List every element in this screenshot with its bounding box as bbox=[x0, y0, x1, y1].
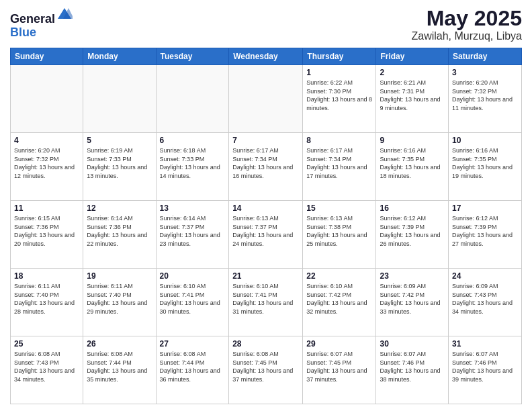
day-info: Sunrise: 6:07 AMSunset: 7:45 PMDaylight:… bbox=[306, 351, 367, 383]
day-info: Sunrise: 6:08 AMSunset: 7:44 PMDaylight:… bbox=[87, 351, 147, 383]
day-number: 1 bbox=[306, 68, 372, 77]
day-cell bbox=[156, 65, 229, 133]
day-cell: 5Sunrise: 6:19 AMSunset: 7:33 PMDaylight… bbox=[83, 133, 156, 201]
day-number: 28 bbox=[232, 339, 299, 349]
day-number: 22 bbox=[306, 271, 372, 281]
day-cell: 4Sunrise: 6:20 AMSunset: 7:32 PMDaylight… bbox=[11, 133, 83, 201]
day-cell: 31Sunrise: 6:07 AMSunset: 7:46 PMDayligh… bbox=[449, 336, 522, 404]
day-cell: 23Sunrise: 6:09 AMSunset: 7:42 PMDayligh… bbox=[376, 269, 449, 336]
day-number: 8 bbox=[306, 136, 372, 145]
day-cell: 18Sunrise: 6:11 AMSunset: 7:40 PMDayligh… bbox=[11, 269, 83, 336]
day-number: 26 bbox=[87, 339, 152, 349]
day-info: Sunrise: 6:16 AMSunset: 7:35 PMDaylight:… bbox=[452, 147, 513, 179]
day-info: Sunrise: 6:12 AMSunset: 7:39 PMDaylight:… bbox=[380, 215, 440, 247]
day-number: 16 bbox=[380, 203, 445, 213]
day-number: 30 bbox=[380, 339, 445, 349]
day-cell: 12Sunrise: 6:14 AMSunset: 7:36 PMDayligh… bbox=[83, 201, 156, 269]
day-number: 23 bbox=[380, 271, 445, 281]
day-info: Sunrise: 6:12 AMSunset: 7:39 PMDaylight:… bbox=[452, 215, 513, 247]
day-info: Sunrise: 6:09 AMSunset: 7:42 PMDaylight:… bbox=[380, 283, 440, 315]
logo-block: General Blue bbox=[10, 7, 73, 40]
logo: General Blue bbox=[10, 7, 73, 40]
day-number: 6 bbox=[160, 136, 226, 145]
day-cell: 25Sunrise: 6:08 AMSunset: 7:43 PMDayligh… bbox=[11, 336, 83, 404]
day-number: 15 bbox=[306, 203, 372, 213]
day-number: 10 bbox=[452, 136, 518, 145]
week-row-0: 1Sunrise: 6:22 AMSunset: 7:30 PMDaylight… bbox=[11, 65, 522, 133]
logo-icon bbox=[56, 7, 73, 23]
day-info: Sunrise: 6:15 AMSunset: 7:36 PMDaylight:… bbox=[14, 215, 75, 247]
day-info: Sunrise: 6:09 AMSunset: 7:43 PMDaylight:… bbox=[452, 283, 513, 315]
day-cell: 11Sunrise: 6:15 AMSunset: 7:36 PMDayligh… bbox=[11, 201, 83, 269]
day-cell: 10Sunrise: 6:16 AMSunset: 7:35 PMDayligh… bbox=[449, 133, 522, 201]
day-number: 5 bbox=[87, 136, 152, 145]
day-number: 31 bbox=[452, 339, 518, 349]
logo-general: General bbox=[10, 12, 55, 26]
day-cell: 3Sunrise: 6:20 AMSunset: 7:32 PMDaylight… bbox=[449, 65, 522, 133]
day-number: 27 bbox=[160, 339, 226, 349]
day-number: 17 bbox=[452, 203, 518, 213]
day-cell: 8Sunrise: 6:17 AMSunset: 7:34 PMDaylight… bbox=[303, 133, 376, 201]
day-info: Sunrise: 6:16 AMSunset: 7:35 PMDaylight:… bbox=[380, 147, 440, 179]
day-info: Sunrise: 6:08 AMSunset: 7:44 PMDaylight:… bbox=[160, 351, 220, 383]
day-cell: 6Sunrise: 6:18 AMSunset: 7:33 PMDaylight… bbox=[156, 133, 229, 201]
day-cell: 17Sunrise: 6:12 AMSunset: 7:39 PMDayligh… bbox=[449, 201, 522, 269]
day-info: Sunrise: 6:19 AMSunset: 7:33 PMDaylight:… bbox=[87, 147, 147, 179]
day-number: 3 bbox=[452, 68, 518, 77]
day-info: Sunrise: 6:13 AMSunset: 7:38 PMDaylight:… bbox=[306, 215, 367, 247]
day-number: 11 bbox=[14, 203, 79, 213]
day-cell: 1Sunrise: 6:22 AMSunset: 7:30 PMDaylight… bbox=[303, 65, 376, 133]
day-info: Sunrise: 6:20 AMSunset: 7:32 PMDaylight:… bbox=[14, 147, 75, 179]
header: General Blue May 2025 Zawilah, Murzuq, L… bbox=[10, 7, 522, 42]
day-cell: 29Sunrise: 6:07 AMSunset: 7:45 PMDayligh… bbox=[303, 336, 376, 404]
day-cell: 2Sunrise: 6:21 AMSunset: 7:31 PMDaylight… bbox=[376, 65, 449, 133]
day-info: Sunrise: 6:10 AMSunset: 7:41 PMDaylight:… bbox=[232, 283, 293, 315]
day-cell: 28Sunrise: 6:08 AMSunset: 7:45 PMDayligh… bbox=[229, 336, 303, 404]
day-info: Sunrise: 6:10 AMSunset: 7:42 PMDaylight:… bbox=[306, 283, 367, 315]
day-cell: 30Sunrise: 6:07 AMSunset: 7:46 PMDayligh… bbox=[376, 336, 449, 404]
day-info: Sunrise: 6:11 AMSunset: 7:40 PMDaylight:… bbox=[14, 283, 75, 315]
header-saturday: Saturday bbox=[449, 48, 522, 65]
week-row-2: 11Sunrise: 6:15 AMSunset: 7:36 PMDayligh… bbox=[11, 201, 522, 269]
day-number: 9 bbox=[380, 136, 445, 145]
header-sunday: Sunday bbox=[11, 48, 83, 65]
week-row-1: 4Sunrise: 6:20 AMSunset: 7:32 PMDaylight… bbox=[11, 133, 522, 201]
day-info: Sunrise: 6:21 AMSunset: 7:31 PMDaylight:… bbox=[380, 79, 440, 111]
day-cell: 20Sunrise: 6:10 AMSunset: 7:41 PMDayligh… bbox=[156, 269, 229, 336]
day-number: 7 bbox=[232, 136, 299, 145]
day-cell: 22Sunrise: 6:10 AMSunset: 7:42 PMDayligh… bbox=[303, 269, 376, 336]
day-cell: 27Sunrise: 6:08 AMSunset: 7:44 PMDayligh… bbox=[156, 336, 229, 404]
day-number: 4 bbox=[14, 136, 79, 145]
day-info: Sunrise: 6:22 AMSunset: 7:30 PMDaylight:… bbox=[306, 79, 372, 111]
week-row-3: 18Sunrise: 6:11 AMSunset: 7:40 PMDayligh… bbox=[11, 269, 522, 336]
location-title: Zawilah, Murzuq, Libya bbox=[411, 30, 522, 42]
header-tuesday: Tuesday bbox=[156, 48, 229, 65]
day-cell bbox=[229, 65, 303, 133]
day-info: Sunrise: 6:14 AMSunset: 7:36 PMDaylight:… bbox=[87, 215, 147, 247]
day-info: Sunrise: 6:07 AMSunset: 7:46 PMDaylight:… bbox=[452, 351, 513, 383]
logo-blue: Blue bbox=[10, 26, 36, 39]
day-number: 18 bbox=[14, 271, 79, 281]
day-cell: 15Sunrise: 6:13 AMSunset: 7:38 PMDayligh… bbox=[303, 201, 376, 269]
day-cell: 16Sunrise: 6:12 AMSunset: 7:39 PMDayligh… bbox=[376, 201, 449, 269]
day-number: 2 bbox=[380, 68, 445, 77]
day-number: 12 bbox=[87, 203, 152, 213]
day-info: Sunrise: 6:20 AMSunset: 7:32 PMDaylight:… bbox=[452, 79, 513, 111]
page: General Blue May 2025 Zawilah, Murzuq, L… bbox=[0, 0, 532, 411]
header-wednesday: Wednesday bbox=[229, 48, 303, 65]
day-number: 19 bbox=[87, 271, 152, 281]
day-number: 24 bbox=[452, 271, 518, 281]
day-info: Sunrise: 6:18 AMSunset: 7:33 PMDaylight:… bbox=[160, 147, 220, 179]
day-number: 29 bbox=[306, 339, 372, 349]
day-number: 13 bbox=[160, 203, 226, 213]
day-cell: 19Sunrise: 6:11 AMSunset: 7:40 PMDayligh… bbox=[83, 269, 156, 336]
day-cell: 13Sunrise: 6:14 AMSunset: 7:37 PMDayligh… bbox=[156, 201, 229, 269]
month-title: May 2025 bbox=[411, 7, 522, 30]
weekday-header-row: Sunday Monday Tuesday Wednesday Thursday… bbox=[11, 48, 522, 65]
day-number: 25 bbox=[14, 339, 79, 349]
day-number: 14 bbox=[232, 203, 299, 213]
week-row-4: 25Sunrise: 6:08 AMSunset: 7:43 PMDayligh… bbox=[11, 336, 522, 404]
day-info: Sunrise: 6:08 AMSunset: 7:43 PMDaylight:… bbox=[14, 351, 75, 383]
day-info: Sunrise: 6:11 AMSunset: 7:40 PMDaylight:… bbox=[87, 283, 147, 315]
day-cell: 7Sunrise: 6:17 AMSunset: 7:34 PMDaylight… bbox=[229, 133, 303, 201]
